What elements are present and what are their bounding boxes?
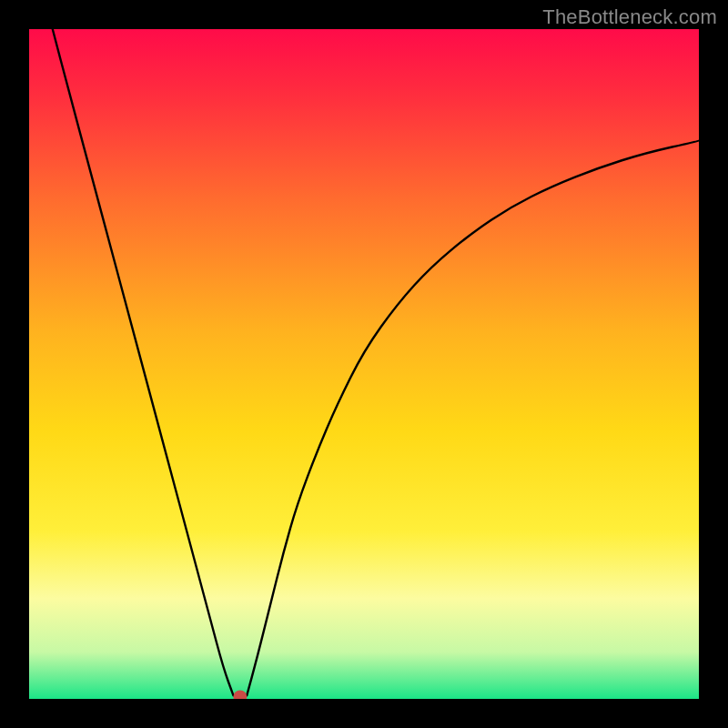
gradient-background — [29, 29, 699, 699]
plot-area — [29, 29, 699, 699]
chart-svg — [29, 29, 699, 699]
watermark-text: TheBottleneck.com — [542, 5, 717, 29]
chart-frame: TheBottleneck.com — [0, 0, 728, 728]
